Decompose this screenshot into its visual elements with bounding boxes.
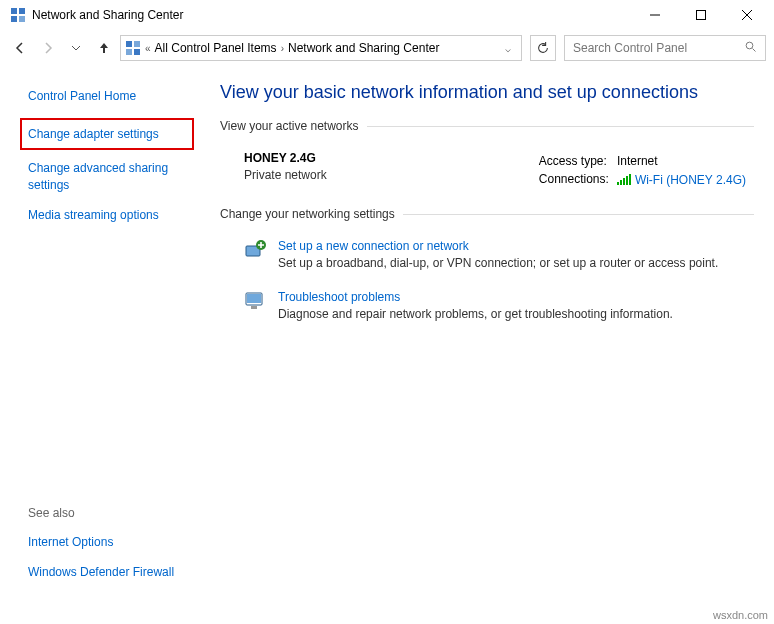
refresh-button[interactable] <box>530 35 556 61</box>
change-adapter-settings-link[interactable]: Change adapter settings <box>20 118 194 150</box>
titlebar: Network and Sharing Center <box>0 0 774 30</box>
svg-rect-0 <box>11 8 17 14</box>
search-input[interactable]: Search Control Panel <box>564 35 766 61</box>
svg-point-12 <box>746 42 753 49</box>
forward-button[interactable] <box>36 36 60 60</box>
troubleshoot-icon <box>244 290 266 312</box>
svg-rect-17 <box>247 294 261 303</box>
control-panel-home-link[interactable]: Control Panel Home <box>28 88 194 104</box>
sidebar: Control Panel Home Change adapter settin… <box>0 66 210 606</box>
search-placeholder: Search Control Panel <box>573 41 687 55</box>
window-controls <box>632 0 770 30</box>
window-title: Network and Sharing Center <box>32 8 632 22</box>
svg-rect-2 <box>11 16 17 22</box>
breadcrumb: « All Control Panel Items › Network and … <box>145 41 495 55</box>
minimize-button[interactable] <box>632 0 678 30</box>
main-content: View your basic network information and … <box>210 66 774 606</box>
breadcrumb-root[interactable]: « <box>145 43 151 54</box>
svg-rect-18 <box>251 306 257 309</box>
change-advanced-sharing-link[interactable]: Change advanced sharing settings <box>28 160 194 192</box>
up-button[interactable] <box>92 36 116 60</box>
troubleshoot-item: Troubleshoot problems Diagnose and repai… <box>220 284 754 335</box>
svg-rect-3 <box>19 16 25 22</box>
content-body: Control Panel Home Change adapter settin… <box>0 66 774 606</box>
setup-connection-desc: Set up a broadband, dial-up, or VPN conn… <box>278 256 718 270</box>
sidebar-spacer <box>28 237 194 506</box>
maximize-button[interactable] <box>678 0 724 30</box>
access-type-value: Internet <box>617 153 752 169</box>
breadcrumb-item[interactable]: All Control Panel Items <box>155 41 277 55</box>
troubleshoot-desc: Diagnose and repair network problems, or… <box>278 307 673 321</box>
svg-rect-1 <box>19 8 25 14</box>
svg-line-13 <box>753 48 756 51</box>
control-panel-icon <box>125 40 141 56</box>
active-networks-header: View your active networks <box>220 119 754 133</box>
network-info: HONEY 2.4G Private network Access type: … <box>220 145 754 207</box>
change-settings-header: Change your networking settings <box>220 207 754 221</box>
address-dropdown[interactable]: ⌵ <box>499 43 517 54</box>
watermark: wsxdn.com <box>713 609 768 621</box>
app-icon <box>10 7 26 23</box>
search-icon <box>745 41 757 56</box>
setup-connection-icon <box>244 239 266 261</box>
svg-rect-8 <box>126 41 132 47</box>
setup-connection-link[interactable]: Set up a new connection or network <box>278 239 718 253</box>
access-type-label: Access type: <box>539 153 615 169</box>
recent-dropdown[interactable] <box>64 36 88 60</box>
page-heading: View your basic network information and … <box>220 82 754 103</box>
setup-connection-item: Set up a new connection or network Set u… <box>220 233 754 284</box>
signal-icon <box>617 175 631 185</box>
breadcrumb-item[interactable]: Network and Sharing Center <box>288 41 439 55</box>
address-bar[interactable]: « All Control Panel Items › Network and … <box>120 35 522 61</box>
svg-rect-10 <box>126 49 132 55</box>
media-streaming-options-link[interactable]: Media streaming options <box>28 207 194 223</box>
troubleshoot-link[interactable]: Troubleshoot problems <box>278 290 673 304</box>
svg-rect-9 <box>134 41 140 47</box>
close-button[interactable] <box>724 0 770 30</box>
svg-rect-11 <box>134 49 140 55</box>
see-also-header: See also <box>28 506 194 520</box>
wifi-connection-link[interactable]: Wi-Fi (HONEY 2.4G) <box>635 173 746 187</box>
connections-label: Connections: <box>539 171 615 189</box>
svg-rect-5 <box>697 11 706 20</box>
chevron-right-icon: › <box>281 43 284 54</box>
windows-defender-firewall-link[interactable]: Windows Defender Firewall <box>28 564 194 580</box>
toolbar: « All Control Panel Items › Network and … <box>0 30 774 66</box>
network-name: HONEY 2.4G <box>244 151 537 165</box>
network-type: Private network <box>244 168 537 182</box>
back-button[interactable] <box>8 36 32 60</box>
internet-options-link[interactable]: Internet Options <box>28 534 194 550</box>
